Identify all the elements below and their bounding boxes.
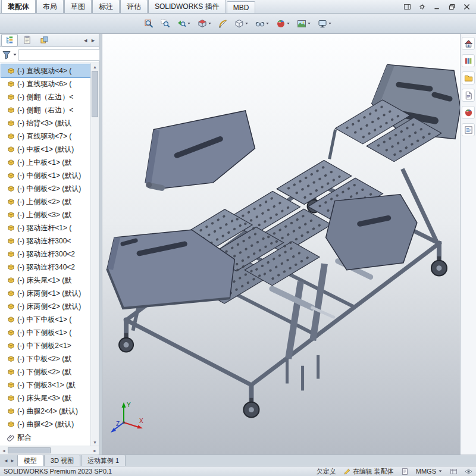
scene-button[interactable]: [295, 17, 314, 30]
zoom-area-button[interactable]: [158, 17, 173, 30]
tree-item[interactable]: (-) 驱动连杆300<: [1, 234, 90, 248]
caret-down-icon[interactable]: [328, 21, 332, 26]
tree-item[interactable]: (-) 中侧板<2> (默认): [1, 182, 90, 195]
view-settings-button[interactable]: [315, 17, 334, 30]
note-icon[interactable]: [401, 468, 409, 475]
view-palette-button[interactable]: [462, 89, 475, 102]
scroll-down-icon[interactable]: ▼: [91, 439, 99, 446]
scroll-right-icon[interactable]: ►: [91, 449, 99, 453]
tree-item[interactable]: (-) 床两侧<1> (默认): [1, 287, 90, 300]
tree-item[interactable]: (-) 曲腿<2> (默认): [1, 418, 90, 431]
tree-item[interactable]: (-) 下中板<2> (默: [1, 352, 90, 365]
home-button[interactable]: [462, 37, 475, 50]
scroll-thumb-h[interactable]: [8, 447, 51, 453]
tree-item[interactable]: (-) 中下侧板2<1>: [1, 339, 90, 352]
ribbon-tab[interactable]: MBD: [227, 1, 256, 13]
eye-icon[interactable]: [465, 468, 472, 475]
display-style-button[interactable]: [232, 17, 251, 30]
caret-down-icon[interactable]: [187, 21, 191, 26]
tree-item[interactable]: (-) 下侧板<2> (默: [1, 365, 90, 378]
featuremanager-tab[interactable]: [1, 34, 18, 46]
zoom-fit-button[interactable]: [142, 17, 156, 30]
component-icon: [7, 80, 15, 88]
tree-item[interactable]: (-) 中下侧板<1> (: [1, 326, 90, 339]
component-icon: [7, 146, 15, 154]
tree-item[interactable]: (-) 直线驱动<6> (: [1, 77, 90, 90]
design-library-button[interactable]: [462, 54, 475, 67]
ribbon-tab[interactable]: SOLIDWORKS 插件: [148, 0, 226, 13]
tree-item[interactable]: (-) 下侧板3<1> (默: [1, 378, 90, 392]
sheet-icon[interactable]: [450, 468, 458, 475]
tree-item[interactable]: (-) 中板<1> (默认): [1, 143, 90, 156]
tree-item[interactable]: (-) 中侧板<1> (默认): [1, 169, 90, 182]
ribbon-tab[interactable]: 草图: [64, 0, 92, 13]
filter-input[interactable]: [18, 49, 107, 61]
tree-item[interactable]: (-) 床头尾<1> (默: [1, 274, 90, 287]
appearances-button[interactable]: [462, 106, 475, 119]
section-view-icon: [198, 19, 207, 29]
tree-vertical-scrollbar[interactable]: ▲ ▼: [90, 63, 99, 446]
tree-item[interactable]: (-) 直线驱动<7> (: [1, 130, 90, 143]
view-tab[interactable]: 3D 视图: [44, 455, 80, 466]
view-tab-scroll-right[interactable]: ►: [10, 458, 15, 464]
panel-tab-scroll-right[interactable]: ►: [90, 37, 96, 43]
ribbon-tab[interactable]: 布局: [36, 0, 64, 13]
ribbon-tab[interactable]: 装配体: [1, 0, 36, 13]
component-icon: [7, 303, 15, 311]
component-icon: [7, 355, 15, 363]
configurationmanager-tab[interactable]: [36, 34, 52, 46]
scroll-left-icon[interactable]: ◄: [0, 449, 8, 453]
scroll-up-icon[interactable]: ▲: [91, 63, 99, 70]
custom-properties-button[interactable]: [462, 123, 475, 136]
caret-down-icon[interactable]: [286, 21, 290, 26]
tree-item[interactable]: (-) 上侧板<3> (默: [1, 208, 90, 221]
view-tab[interactable]: 模型: [17, 455, 43, 466]
tree-item[interactable]: (-) 直线驱动<4> (: [1, 64, 90, 77]
ribbon-tab[interactable]: 标注: [92, 0, 120, 13]
tree-item[interactable]: (-) 驱动连杆<1> (: [1, 221, 90, 234]
viewport-3d[interactable]: Y X Z: [102, 34, 460, 455]
bed-3d-model[interactable]: [102, 34, 460, 455]
previous-view-button[interactable]: [174, 17, 193, 30]
file-explorer-button[interactable]: [462, 71, 475, 84]
tree-item-label: (-) 抬背<3> (默认: [17, 118, 71, 129]
scroll-thumb[interactable]: [92, 71, 98, 117]
view-tab[interactable]: 运动算例 1: [81, 455, 126, 466]
tree-item[interactable]: (-) 曲腿2<4> (默认): [1, 405, 90, 418]
caret-down-icon[interactable]: [265, 21, 270, 26]
hide-show-button[interactable]: [253, 17, 272, 30]
restore-button[interactable]: [445, 2, 458, 11]
section-view-button[interactable]: [195, 17, 214, 30]
tree-item[interactable]: (-) 驱动连杆340<2: [1, 261, 90, 274]
tree-item[interactable]: (-) 床头尾<3> (默: [1, 392, 90, 405]
edit-appearance-button[interactable]: [274, 17, 293, 30]
view-tab-scroll-left[interactable]: ◄: [4, 458, 8, 464]
tree-item[interactable]: (-) 侧翻（右边）<: [1, 104, 90, 117]
close-button[interactable]: [460, 2, 473, 11]
panel-tab-scroll-left[interactable]: ◄: [83, 37, 88, 43]
tree-item[interactable]: (-) 侧翻（左边）<: [1, 90, 90, 104]
filter-funnel-icon[interactable]: [2, 50, 11, 60]
panel-toggle-button[interactable]: [400, 2, 414, 11]
tree-item[interactable]: (-) 中下中板<1> (: [1, 313, 90, 326]
tree-item[interactable]: 配合: [1, 431, 90, 444]
tree-item[interactable]: (-) 上侧板<2> (默: [1, 195, 90, 208]
minimize-button[interactable]: [430, 2, 443, 11]
orientation-triad[interactable]: Y X Z: [109, 399, 148, 437]
tree-item[interactable]: (-) 上中板<1> (默: [1, 156, 90, 169]
caret-down-icon[interactable]: [208, 21, 212, 26]
component-icon: [7, 67, 15, 75]
tree-item[interactable]: (-) 床两侧<2> (默认): [1, 300, 90, 313]
caret-down-icon[interactable]: [245, 21, 249, 26]
tree-item[interactable]: (-) 抬背<3> (默认: [1, 117, 90, 130]
tree-item-label: (-) 驱动连杆300<2: [17, 249, 75, 259]
options-button[interactable]: [415, 2, 428, 11]
caret-down-icon[interactable]: [307, 21, 311, 26]
measure-button[interactable]: [216, 17, 230, 30]
units-selector[interactable]: MMGS: [416, 468, 443, 475]
ribbon-tab[interactable]: 评估: [120, 0, 148, 13]
displaymanager-tab[interactable]: [18, 34, 35, 46]
tree-item[interactable]: (-) 驱动连杆300<2: [1, 248, 90, 261]
tree-horizontal-scrollbar[interactable]: ◄ ►: [0, 446, 99, 455]
filter-caret-icon[interactable]: [12, 52, 17, 57]
